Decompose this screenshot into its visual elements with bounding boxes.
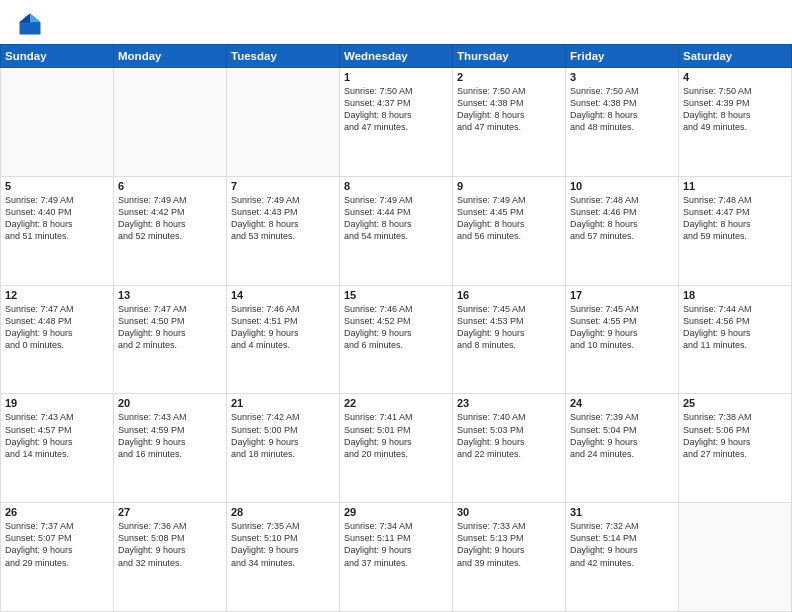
day-number: 24 — [570, 397, 674, 409]
calendar-cell: 9Sunrise: 7:49 AM Sunset: 4:45 PM Daylig… — [453, 176, 566, 285]
cell-info: Sunrise: 7:32 AM Sunset: 5:14 PM Dayligh… — [570, 520, 674, 569]
calendar-cell: 12Sunrise: 7:47 AM Sunset: 4:48 PM Dayli… — [1, 285, 114, 394]
calendar-cell: 30Sunrise: 7:33 AM Sunset: 5:13 PM Dayli… — [453, 503, 566, 612]
calendar-cell: 21Sunrise: 7:42 AM Sunset: 5:00 PM Dayli… — [227, 394, 340, 503]
day-number: 17 — [570, 289, 674, 301]
calendar-cell: 7Sunrise: 7:49 AM Sunset: 4:43 PM Daylig… — [227, 176, 340, 285]
cell-info: Sunrise: 7:50 AM Sunset: 4:38 PM Dayligh… — [457, 85, 561, 134]
calendar-cell: 5Sunrise: 7:49 AM Sunset: 4:40 PM Daylig… — [1, 176, 114, 285]
cell-info: Sunrise: 7:50 AM Sunset: 4:38 PM Dayligh… — [570, 85, 674, 134]
calendar-cell — [114, 68, 227, 177]
calendar-cell: 1Sunrise: 7:50 AM Sunset: 4:37 PM Daylig… — [340, 68, 453, 177]
calendar-cell: 28Sunrise: 7:35 AM Sunset: 5:10 PM Dayli… — [227, 503, 340, 612]
cell-info: Sunrise: 7:49 AM Sunset: 4:44 PM Dayligh… — [344, 194, 448, 243]
weekday-header-monday: Monday — [114, 45, 227, 68]
day-number: 21 — [231, 397, 335, 409]
calendar-cell: 27Sunrise: 7:36 AM Sunset: 5:08 PM Dayli… — [114, 503, 227, 612]
day-number: 10 — [570, 180, 674, 192]
day-number: 4 — [683, 71, 787, 83]
calendar-cell: 26Sunrise: 7:37 AM Sunset: 5:07 PM Dayli… — [1, 503, 114, 612]
day-number: 28 — [231, 506, 335, 518]
day-number: 8 — [344, 180, 448, 192]
cell-info: Sunrise: 7:49 AM Sunset: 4:40 PM Dayligh… — [5, 194, 109, 243]
calendar-cell: 16Sunrise: 7:45 AM Sunset: 4:53 PM Dayli… — [453, 285, 566, 394]
cell-info: Sunrise: 7:43 AM Sunset: 4:57 PM Dayligh… — [5, 411, 109, 460]
calendar-cell: 29Sunrise: 7:34 AM Sunset: 5:11 PM Dayli… — [340, 503, 453, 612]
cell-info: Sunrise: 7:38 AM Sunset: 5:06 PM Dayligh… — [683, 411, 787, 460]
cell-info: Sunrise: 7:36 AM Sunset: 5:08 PM Dayligh… — [118, 520, 222, 569]
day-number: 5 — [5, 180, 109, 192]
day-number: 9 — [457, 180, 561, 192]
day-number: 18 — [683, 289, 787, 301]
day-number: 26 — [5, 506, 109, 518]
cell-info: Sunrise: 7:33 AM Sunset: 5:13 PM Dayligh… — [457, 520, 561, 569]
calendar-week-4: 19Sunrise: 7:43 AM Sunset: 4:57 PM Dayli… — [1, 394, 792, 503]
calendar-week-3: 12Sunrise: 7:47 AM Sunset: 4:48 PM Dayli… — [1, 285, 792, 394]
calendar-cell: 17Sunrise: 7:45 AM Sunset: 4:55 PM Dayli… — [566, 285, 679, 394]
calendar-cell: 10Sunrise: 7:48 AM Sunset: 4:46 PM Dayli… — [566, 176, 679, 285]
calendar-page: SundayMondayTuesdayWednesdayThursdayFrid… — [0, 0, 792, 612]
day-number: 27 — [118, 506, 222, 518]
day-number: 29 — [344, 506, 448, 518]
cell-info: Sunrise: 7:49 AM Sunset: 4:45 PM Dayligh… — [457, 194, 561, 243]
day-number: 19 — [5, 397, 109, 409]
calendar-cell: 11Sunrise: 7:48 AM Sunset: 4:47 PM Dayli… — [679, 176, 792, 285]
cell-info: Sunrise: 7:42 AM Sunset: 5:00 PM Dayligh… — [231, 411, 335, 460]
calendar-cell: 3Sunrise: 7:50 AM Sunset: 4:38 PM Daylig… — [566, 68, 679, 177]
cell-info: Sunrise: 7:49 AM Sunset: 4:43 PM Dayligh… — [231, 194, 335, 243]
cell-info: Sunrise: 7:43 AM Sunset: 4:59 PM Dayligh… — [118, 411, 222, 460]
logo — [16, 10, 48, 38]
weekday-header-tuesday: Tuesday — [227, 45, 340, 68]
calendar-cell: 6Sunrise: 7:49 AM Sunset: 4:42 PM Daylig… — [114, 176, 227, 285]
cell-info: Sunrise: 7:34 AM Sunset: 5:11 PM Dayligh… — [344, 520, 448, 569]
logo-icon — [16, 10, 44, 38]
day-number: 13 — [118, 289, 222, 301]
day-number: 22 — [344, 397, 448, 409]
day-number: 15 — [344, 289, 448, 301]
weekday-header-thursday: Thursday — [453, 45, 566, 68]
day-number: 20 — [118, 397, 222, 409]
calendar-cell: 20Sunrise: 7:43 AM Sunset: 4:59 PM Dayli… — [114, 394, 227, 503]
day-number: 23 — [457, 397, 561, 409]
calendar-cell: 13Sunrise: 7:47 AM Sunset: 4:50 PM Dayli… — [114, 285, 227, 394]
day-number: 25 — [683, 397, 787, 409]
calendar-week-5: 26Sunrise: 7:37 AM Sunset: 5:07 PM Dayli… — [1, 503, 792, 612]
day-number: 11 — [683, 180, 787, 192]
calendar-cell: 18Sunrise: 7:44 AM Sunset: 4:56 PM Dayli… — [679, 285, 792, 394]
svg-marker-1 — [30, 14, 41, 23]
day-number: 30 — [457, 506, 561, 518]
day-number: 1 — [344, 71, 448, 83]
weekday-header-friday: Friday — [566, 45, 679, 68]
calendar-week-1: 1Sunrise: 7:50 AM Sunset: 4:37 PM Daylig… — [1, 68, 792, 177]
svg-marker-2 — [20, 14, 31, 23]
cell-info: Sunrise: 7:41 AM Sunset: 5:01 PM Dayligh… — [344, 411, 448, 460]
calendar-cell: 25Sunrise: 7:38 AM Sunset: 5:06 PM Dayli… — [679, 394, 792, 503]
day-number: 14 — [231, 289, 335, 301]
day-number: 2 — [457, 71, 561, 83]
calendar-cell: 23Sunrise: 7:40 AM Sunset: 5:03 PM Dayli… — [453, 394, 566, 503]
cell-info: Sunrise: 7:39 AM Sunset: 5:04 PM Dayligh… — [570, 411, 674, 460]
weekday-header-wednesday: Wednesday — [340, 45, 453, 68]
calendar-cell: 2Sunrise: 7:50 AM Sunset: 4:38 PM Daylig… — [453, 68, 566, 177]
cell-info: Sunrise: 7:35 AM Sunset: 5:10 PM Dayligh… — [231, 520, 335, 569]
day-number: 7 — [231, 180, 335, 192]
cell-info: Sunrise: 7:44 AM Sunset: 4:56 PM Dayligh… — [683, 303, 787, 352]
header — [0, 0, 792, 44]
calendar-cell: 4Sunrise: 7:50 AM Sunset: 4:39 PM Daylig… — [679, 68, 792, 177]
cell-info: Sunrise: 7:37 AM Sunset: 5:07 PM Dayligh… — [5, 520, 109, 569]
calendar-cell: 15Sunrise: 7:46 AM Sunset: 4:52 PM Dayli… — [340, 285, 453, 394]
day-number: 6 — [118, 180, 222, 192]
calendar-week-2: 5Sunrise: 7:49 AM Sunset: 4:40 PM Daylig… — [1, 176, 792, 285]
calendar-cell — [227, 68, 340, 177]
weekday-header-saturday: Saturday — [679, 45, 792, 68]
calendar-cell: 14Sunrise: 7:46 AM Sunset: 4:51 PM Dayli… — [227, 285, 340, 394]
cell-info: Sunrise: 7:47 AM Sunset: 4:48 PM Dayligh… — [5, 303, 109, 352]
cell-info: Sunrise: 7:46 AM Sunset: 4:51 PM Dayligh… — [231, 303, 335, 352]
calendar-cell: 19Sunrise: 7:43 AM Sunset: 4:57 PM Dayli… — [1, 394, 114, 503]
cell-info: Sunrise: 7:45 AM Sunset: 4:53 PM Dayligh… — [457, 303, 561, 352]
day-number: 12 — [5, 289, 109, 301]
cell-info: Sunrise: 7:49 AM Sunset: 4:42 PM Dayligh… — [118, 194, 222, 243]
cell-info: Sunrise: 7:47 AM Sunset: 4:50 PM Dayligh… — [118, 303, 222, 352]
day-number: 3 — [570, 71, 674, 83]
cell-info: Sunrise: 7:48 AM Sunset: 4:47 PM Dayligh… — [683, 194, 787, 243]
